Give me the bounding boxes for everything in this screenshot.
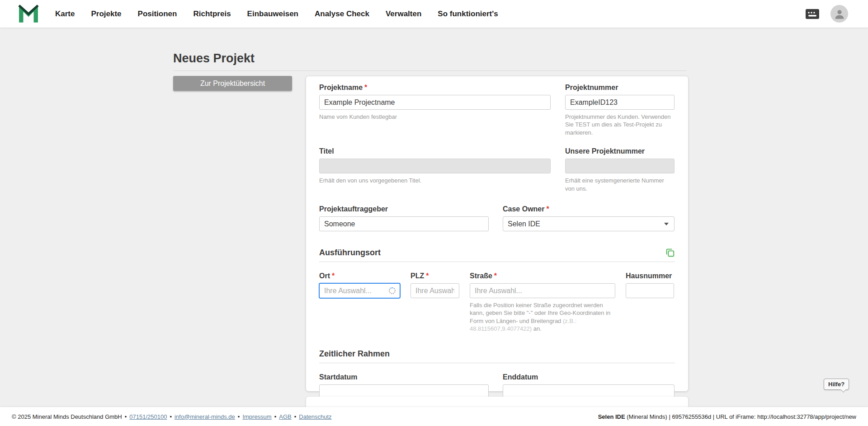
- enddatum-label-text: Enddatum: [503, 373, 538, 381]
- projektnummer-label: Projektnummer: [565, 84, 675, 92]
- projektname-label: Projektname*: [319, 84, 551, 92]
- nav-item-positionen[interactable]: Positionen: [138, 9, 177, 19]
- nav-item-so-funktionierts[interactable]: So funktioniert's: [438, 9, 498, 19]
- strasse-helper-suffix: an.: [532, 325, 542, 332]
- projektnummer-input[interactable]: [565, 95, 675, 110]
- ort-input[interactable]: [319, 283, 400, 298]
- required-asterisk: *: [364, 84, 367, 91]
- footer-session-info: Selen IDE (Mineral Minds) | 69576255536d…: [598, 413, 856, 420]
- field-projektnummer: Projektnummer Projektnummer des Kunden. …: [565, 84, 675, 136]
- field-titel: Titel Erhält den von uns vorgegebenen Ti…: [319, 147, 551, 192]
- projektname-label-text: Projektname: [319, 84, 363, 91]
- projektauftraggeber-label-text: Projektauftraggeber: [319, 205, 388, 213]
- user-avatar[interactable]: [830, 5, 848, 23]
- footer: © 2025 Mineral Minds Deutschland GmbH • …: [0, 407, 868, 426]
- case-owner-label-text: Case Owner: [503, 205, 544, 213]
- strasse-input[interactable]: [470, 283, 615, 298]
- row-titel-unsere-projektnummer: Titel Erhält den von uns vorgegebenen Ti…: [319, 147, 675, 192]
- projektnummer-helper: Projektnummer des Kunden. Verwenden Sie …: [565, 113, 675, 136]
- startdatum-label: Startdatum: [319, 373, 489, 381]
- case-owner-label: Case Owner*: [503, 205, 675, 213]
- field-enddatum: Enddatum: [503, 373, 675, 399]
- nav-item-verwalten[interactable]: Verwalten: [386, 9, 421, 19]
- nav-item-analyse-check[interactable]: Analyse Check: [315, 9, 369, 19]
- field-hausnummer: Hausnummer: [626, 272, 674, 333]
- required-asterisk: *: [426, 272, 429, 280]
- footer-separator: •: [170, 413, 172, 420]
- unsere-projektnummer-label: Unsere Projektnummer: [565, 147, 675, 155]
- row-datum: Startdatum Enddatum: [319, 373, 675, 399]
- footer-separator: •: [274, 413, 277, 420]
- plz-label: PLZ*: [410, 272, 459, 280]
- ort-label-text: Ort: [319, 272, 330, 280]
- field-projektname: Projektname* Name vom Kunden festlegbar: [319, 84, 551, 136]
- footer-agb-link[interactable]: AGB: [279, 413, 291, 420]
- strasse-helper-main: Falls die Position keiner Straße zugeord…: [470, 302, 610, 324]
- footer-left: © 2025 Mineral Minds Deutschland GmbH • …: [12, 413, 332, 420]
- footer-impressum-link[interactable]: Impressum: [242, 413, 271, 420]
- hausnummer-label: Hausnummer: [626, 272, 674, 280]
- section-head-ausfuehrungsort: Ausführungsort: [319, 248, 675, 262]
- row-projektname-projektnummer: Projektname* Name vom Kunden festlegbar …: [319, 84, 675, 136]
- field-ort: Ort*: [319, 272, 400, 333]
- nav-item-karte[interactable]: Karte: [55, 9, 75, 19]
- titel-helper: Erhält den von uns vorgegebenen Titel.: [319, 177, 551, 184]
- nav-item-einbauweisen[interactable]: Einbauweisen: [247, 9, 298, 19]
- next-section-card-sliver: [306, 397, 688, 407]
- strasse-helper: Falls die Position keiner Straße zugeord…: [470, 301, 615, 333]
- unsere-projektnummer-helper: Erhält eine systemgenerierte Nummer von …: [565, 177, 675, 192]
- field-plz: PLZ*: [410, 272, 459, 333]
- footer-separator: •: [125, 413, 127, 420]
- plz-input[interactable]: [410, 283, 459, 298]
- row-auftraggeber-caseowner: Projektauftraggeber Case Owner* Selen ID…: [319, 205, 675, 231]
- logo-m-icon: [18, 5, 39, 23]
- unsere-projektnummer-input: [565, 159, 675, 173]
- enddatum-label: Enddatum: [503, 373, 675, 381]
- required-asterisk: *: [332, 272, 335, 280]
- startdatum-label-text: Startdatum: [319, 373, 357, 381]
- projektname-input[interactable]: [319, 95, 551, 110]
- projektauftraggeber-input[interactable]: [319, 216, 489, 231]
- projektauftraggeber-label: Projektauftraggeber: [319, 205, 489, 213]
- person-icon: [834, 8, 845, 20]
- ort-label: Ort*: [319, 272, 400, 280]
- case-owner-selected-value: Selen IDE: [508, 220, 540, 228]
- footer-phone-link[interactable]: 07151/250100: [129, 413, 167, 420]
- section-title-ausfuehrungsort: Ausführungsort: [319, 248, 381, 257]
- field-projektauftraggeber: Projektauftraggeber: [319, 205, 489, 231]
- title-divider: [173, 70, 687, 71]
- ort-input-wrap: [319, 283, 400, 298]
- projektnummer-label-text: Projektnummer: [565, 84, 618, 91]
- new-project-form-card: Projektname* Name vom Kunden festlegbar …: [306, 76, 688, 391]
- copyright-text: © 2025 Mineral Minds Deutschland GmbH: [12, 413, 122, 420]
- nav-item-richtpreis[interactable]: Richtpreis: [193, 9, 231, 19]
- required-asterisk: *: [494, 272, 497, 280]
- chevron-down-icon: [664, 223, 669, 225]
- navbar-right: [805, 5, 848, 23]
- strasse-label-text: Straße: [470, 272, 492, 280]
- field-strasse: Straße* Falls die Position keiner Straße…: [470, 272, 615, 333]
- copy-icon[interactable]: [665, 248, 675, 257]
- session-details: (Mineral Minds) | 69576255536d | URL of …: [625, 413, 856, 420]
- titel-label: Titel: [319, 147, 551, 155]
- unsere-projektnummer-label-text: Unsere Projektnummer: [565, 147, 645, 155]
- field-startdatum: Startdatum: [319, 373, 489, 399]
- nav-item-projekte[interactable]: Projekte: [91, 9, 121, 19]
- footer-separator: •: [294, 413, 297, 420]
- strasse-label: Straße*: [470, 272, 615, 280]
- section-head-zeitlicher-rahmen: Zeitlicher Rahmen: [319, 349, 675, 363]
- hausnummer-input[interactable]: [626, 283, 674, 298]
- projektname-helper: Name vom Kunden festlegbar: [319, 113, 551, 121]
- back-to-project-overview-button[interactable]: Zur Projektübersicht: [173, 76, 292, 91]
- terminal-icon[interactable]: [805, 9, 820, 19]
- titel-input: [319, 159, 551, 173]
- footer-datenschutz-link[interactable]: Datenschutz: [299, 413, 331, 420]
- mineral-minds-logo[interactable]: [18, 5, 39, 23]
- hausnummer-label-text: Hausnummer: [626, 272, 672, 280]
- plz-label-text: PLZ: [410, 272, 424, 280]
- footer-email-link[interactable]: info@mineral-minds.de: [175, 413, 235, 420]
- main-nav: Karte Projekte Positionen Richtpreis Ein…: [55, 9, 498, 19]
- footer-separator: •: [238, 413, 240, 420]
- help-button[interactable]: Hilfe?: [824, 379, 849, 390]
- case-owner-select[interactable]: Selen IDE: [503, 216, 675, 231]
